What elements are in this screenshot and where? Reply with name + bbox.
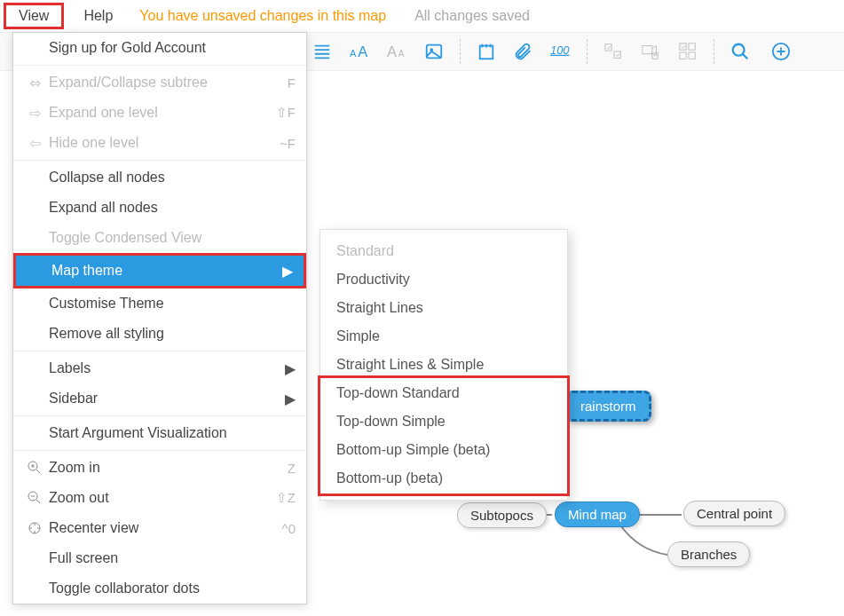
hundred-icon[interactable]: 100 xyxy=(546,36,576,67)
theme-standard[interactable]: Standard xyxy=(320,237,567,265)
menu-separator xyxy=(13,160,306,161)
shortcut: ⇧Z xyxy=(276,490,296,506)
menuitem-label: Sign up for Gold Account xyxy=(49,40,206,56)
shortcut: Z xyxy=(288,461,296,476)
menu-full-screen[interactable]: Full screen xyxy=(13,543,306,573)
menuitem-label: Expand/Collapse subtree xyxy=(49,75,208,91)
toolbar-separator xyxy=(587,39,588,64)
theme-productivity[interactable]: Productivity xyxy=(320,265,567,294)
menu-start-argument[interactable]: Start Argument Visualization xyxy=(13,418,306,448)
menu-sidebar[interactable]: Sidebar▶ xyxy=(13,383,306,414)
svg-rect-9 xyxy=(614,51,620,58)
submenu-arrow-icon: ▶ xyxy=(282,263,293,280)
check-grid-icon[interactable] xyxy=(673,36,703,67)
add-icon[interactable] xyxy=(766,36,796,67)
shortcut: ^0 xyxy=(282,521,296,536)
menu-recenter[interactable]: Recenter view^0 xyxy=(13,513,306,543)
menu-zoom-out[interactable]: Zoom out⇧Z xyxy=(13,483,306,513)
menuitem-label: Expand all nodes xyxy=(49,200,158,216)
menu-customise-theme[interactable]: Customise Theme xyxy=(13,288,306,319)
menu-hide-one-level: ⇦Hide one level~F xyxy=(13,128,306,158)
image-icon[interactable] xyxy=(419,36,449,67)
node-central-point[interactable]: Central point xyxy=(683,501,785,526)
menu-separator xyxy=(13,415,306,416)
submenu-arrow-icon: ▶ xyxy=(285,360,296,377)
node-mindmap[interactable]: Mind map xyxy=(555,501,640,527)
menu-expand-collapse-subtree: ⇔Expand/Collapse subtreeF xyxy=(13,67,306,98)
menuitem-label: Remove all styling xyxy=(49,326,164,342)
svg-rect-8 xyxy=(605,44,611,51)
menu-labels[interactable]: Labels▶ xyxy=(13,353,306,383)
svg-point-16 xyxy=(733,44,745,56)
menuitem-label: Start Argument Visualization xyxy=(49,425,227,441)
map-theme-submenu: Standard Productivity Straight Lines Sim… xyxy=(319,229,568,501)
menu-view[interactable]: View xyxy=(4,3,64,29)
check-camera-icon[interactable] xyxy=(635,36,666,67)
align-icon[interactable] xyxy=(307,36,337,67)
menu-collapse-all[interactable]: Collapse all nodes xyxy=(13,162,306,193)
recenter-icon xyxy=(24,521,45,535)
shortcut: ⇧F xyxy=(276,105,296,121)
svg-rect-10 xyxy=(643,46,652,54)
menu-toggle-collaborator-dots[interactable]: Toggle collaborator dots xyxy=(13,573,306,604)
svg-text:A: A xyxy=(398,49,405,59)
menu-remove-styling[interactable]: Remove all styling xyxy=(13,319,306,349)
svg-text:A: A xyxy=(350,48,357,59)
search-icon[interactable] xyxy=(725,36,755,67)
expand-icon: ⇨ xyxy=(24,105,45,122)
view-dropdown: Sign up for Gold Account ⇔Expand/Collaps… xyxy=(12,32,307,604)
menuitem-label: Map theme xyxy=(51,263,122,279)
svg-rect-15 xyxy=(689,52,695,59)
theme-straight-simple[interactable]: Straight Lines & Simple xyxy=(320,351,567,379)
status-saved: All changes saved xyxy=(414,8,530,24)
theme-topdown-simple[interactable]: Top-down Simple xyxy=(320,407,567,436)
menu-help[interactable]: Help xyxy=(71,3,125,29)
toolbar-separator xyxy=(714,39,714,64)
menu-separator xyxy=(13,351,306,351)
menuitem-label: Toggle collaborator dots xyxy=(49,580,200,596)
menuitem-label: Zoom in xyxy=(49,460,100,476)
shortcut: ~F xyxy=(280,136,296,151)
menu-toggle-condensed: Toggle Condensed View xyxy=(13,223,306,253)
node-brainstorm[interactable]: rainstorm xyxy=(565,391,651,422)
menu-sign-up-gold[interactable]: Sign up for Gold Account xyxy=(13,33,306,63)
menu-bar: View Help You have unsaved changes in th… xyxy=(0,0,844,32)
menu-map-theme[interactable]: Map theme▶ xyxy=(13,253,306,288)
theme-bottomup-simple[interactable]: Bottom-up Simple (beta) xyxy=(320,436,567,464)
attachment-icon[interactable] xyxy=(509,36,539,67)
submenu-arrow-icon: ▶ xyxy=(285,391,296,407)
menuitem-label: Full screen xyxy=(49,550,118,566)
menuitem-label: Toggle Condensed View xyxy=(49,230,201,246)
theme-topdown-standard[interactable]: Top-down Standard xyxy=(320,379,567,407)
menu-separator xyxy=(13,450,306,451)
theme-straight-lines[interactable]: Straight Lines xyxy=(320,294,567,322)
svg-rect-13 xyxy=(689,43,695,50)
menuitem-label: Collapse all nodes xyxy=(49,170,165,186)
zoom-out-icon xyxy=(24,491,45,505)
expand-collapse-icon: ⇔ xyxy=(24,75,45,91)
font-large-icon[interactable]: AA xyxy=(344,36,375,67)
menuitem-label: Hide one level xyxy=(49,135,138,151)
svg-rect-14 xyxy=(680,52,686,59)
menu-separator xyxy=(13,65,306,66)
menu-zoom-in[interactable]: Zoom inZ xyxy=(13,453,306,483)
svg-text:A: A xyxy=(387,43,397,59)
menuitem-label: Recenter view xyxy=(49,520,138,536)
status-unsaved: You have unsaved changes in this map xyxy=(139,8,386,24)
theme-bottomup[interactable]: Bottom-up (beta) xyxy=(320,464,567,493)
note-icon[interactable] xyxy=(471,36,501,67)
check-all-icon[interactable] xyxy=(598,36,628,67)
toolbar-separator xyxy=(460,39,461,64)
zoom-in-icon xyxy=(24,461,45,475)
node-branches[interactable]: Branches xyxy=(667,541,750,567)
menu-expand-all[interactable]: Expand all nodes xyxy=(13,193,306,223)
svg-text:100: 100 xyxy=(550,43,570,57)
collapse-icon: ⇦ xyxy=(24,135,45,152)
node-subtopics[interactable]: Subtopocs xyxy=(457,502,547,528)
menuitem-label: Sidebar xyxy=(49,391,98,407)
menuitem-label: Zoom out xyxy=(49,490,109,506)
font-small-icon[interactable]: AA xyxy=(382,36,412,67)
shortcut: F xyxy=(288,75,296,91)
theme-simple[interactable]: Simple xyxy=(320,322,567,351)
menuitem-label: Expand one level xyxy=(49,105,158,121)
